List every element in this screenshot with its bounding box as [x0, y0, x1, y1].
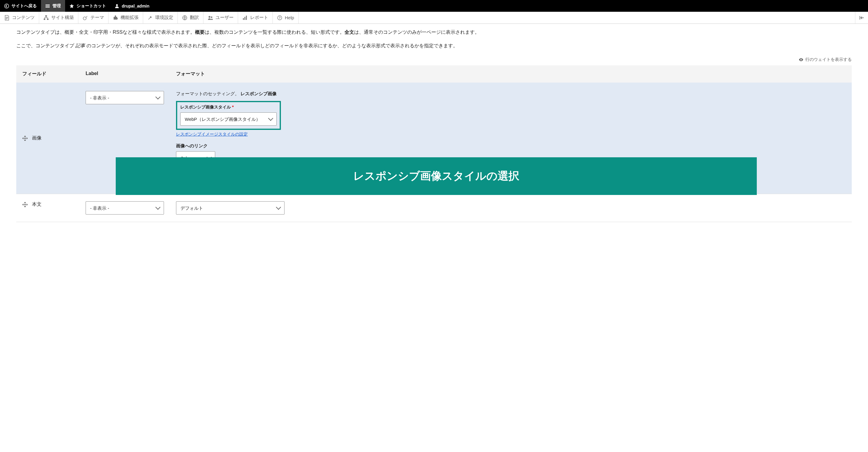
- toolbar-extend-label: 機能拡張: [121, 15, 138, 21]
- responsive-style-highlight: レスポンシブ画像スタイル * WebP（レスポンシブ画像スタイル）: [176, 101, 281, 130]
- user-label: drupal_admin: [122, 4, 150, 8]
- show-row-weights-label: 行のウェイトを表示する: [805, 57, 852, 62]
- toolbar-structure[interactable]: サイト構築: [39, 12, 79, 24]
- svg-point-0: [4, 4, 9, 8]
- people-icon: [208, 15, 213, 21]
- toolbar-content-label: コンテンツ: [12, 15, 35, 21]
- star-icon: [69, 4, 74, 8]
- desc-p1-text-e: は、通常そのコンテンツのみが一ページに表示されます。: [354, 30, 479, 35]
- label-select-body[interactable]: - 非表示 -: [86, 201, 164, 215]
- admin-topbar: サイトへ戻る 管理 ショートカット drupal_admin: [0, 0, 868, 12]
- tray-toggle-icon: [859, 15, 864, 21]
- svg-point-1: [116, 4, 118, 6]
- cell-field-body: 本文: [22, 201, 86, 207]
- format-select-body[interactable]: デフォルト: [176, 201, 284, 215]
- drag-handle[interactable]: [22, 202, 28, 207]
- svg-rect-10: [244, 17, 245, 20]
- responsive-style-label-text: レスポンシブ画像スタイル: [180, 104, 231, 109]
- required-marker: *: [231, 104, 234, 109]
- annotation-banner: レスポンシブ画像スタイルの選択: [116, 157, 757, 195]
- move-icon: [22, 202, 28, 207]
- menu-icon: [45, 4, 50, 8]
- svg-rect-11: [246, 16, 247, 20]
- table-row-body: 本文 - 非表示 - デフォルト: [16, 194, 852, 222]
- svg-point-7: [209, 16, 210, 18]
- desc-p2-italic-b: 記事: [75, 43, 85, 48]
- field-name-body: 本文: [32, 201, 41, 207]
- configuration-icon: [147, 15, 153, 21]
- toolbar-appearance[interactable]: テーマ: [79, 12, 108, 24]
- toolbar-people-label: ユーザー: [216, 15, 234, 21]
- toolbar-reports-label: レポート: [250, 15, 268, 21]
- toolbar-help-label: Help: [285, 15, 294, 20]
- content-icon: [4, 15, 10, 21]
- svg-rect-3: [44, 19, 45, 20]
- table-row-image: 画像 - 非表示 - フォーマットのセッティング。 レスポンシブ画像 レスポンシ…: [16, 83, 852, 194]
- responsive-style-label: レスポンシブ画像スタイル *: [180, 104, 277, 110]
- toolbar-appearance-label: テーマ: [90, 15, 104, 21]
- toolbar-configuration[interactable]: 環境設定: [143, 12, 178, 24]
- back-to-site-button[interactable]: サイトへ戻る: [0, 0, 41, 12]
- toolbar-translation-label: 翻訳: [190, 15, 199, 21]
- user-button[interactable]: drupal_admin: [110, 0, 154, 12]
- toolbar-orientation-toggle[interactable]: [855, 12, 868, 24]
- toolbar-extend[interactable]: 機能拡張: [108, 12, 143, 24]
- manage-label: 管理: [53, 3, 61, 9]
- format-settings-name: レスポンシブ画像: [241, 91, 277, 96]
- drag-handle[interactable]: [22, 136, 28, 141]
- toolbar-translation[interactable]: 翻訳: [178, 12, 204, 24]
- th-format: フォーマット: [176, 71, 846, 77]
- cell-format-image: フォーマットのセッティング。 レスポンシブ画像 レスポンシブ画像スタイル * W…: [176, 91, 846, 164]
- responsive-style-config-link[interactable]: レスポンシブイメージスタイルの設定: [176, 132, 248, 137]
- desc-p1-bold-b: 概要: [195, 30, 205, 35]
- field-name-image: 画像: [32, 135, 41, 141]
- back-to-site-label: サイトへ戻る: [11, 3, 37, 9]
- shortcuts-label: ショートカット: [76, 3, 106, 9]
- desc-p1-text-c: は、複数のコンテンツを一覧する際に使われる、短い形式です。: [205, 30, 344, 35]
- description-p2: ここで、コンテンツタイプ 記事 のコンテンツが、それぞれの表示モードで表示された…: [16, 41, 852, 50]
- svg-point-14: [801, 59, 802, 60]
- extend-icon: [113, 15, 118, 21]
- th-field: フィールド: [22, 71, 86, 77]
- toolbar-content[interactable]: コンテンツ: [0, 12, 39, 24]
- eye-icon: [799, 57, 804, 62]
- toolbar-reports[interactable]: レポート: [238, 12, 273, 24]
- table-header: フィールド Label フォーマット: [16, 65, 852, 83]
- back-arrow-icon: [4, 4, 9, 8]
- manage-button[interactable]: 管理: [41, 0, 65, 12]
- toolbar-help[interactable]: ? Help: [273, 12, 299, 24]
- reports-icon: [242, 15, 248, 21]
- cell-label-image: - 非表示 -: [86, 91, 176, 104]
- link-to-image-label: 画像へのリンク: [176, 143, 846, 149]
- desc-p1-text-a: コンテンツタイプは、概要・全文・印字用・RSSなど様々な様式で表示されます。: [16, 30, 195, 35]
- appearance-icon: [83, 15, 88, 21]
- field-display-table: フィールド Label フォーマット 画像 - 非表示 -: [16, 65, 852, 222]
- cell-format-body: デフォルト: [176, 201, 846, 215]
- structure-icon: [43, 15, 49, 21]
- description-p1: コンテンツタイプは、概要・全文・印字用・RSSなど様々な様式で表示されます。概要…: [16, 28, 852, 36]
- svg-point-8: [211, 16, 213, 18]
- toolbar-people[interactable]: ユーザー: [204, 12, 238, 24]
- toolbar-structure-label: サイト構築: [51, 15, 74, 21]
- svg-rect-2: [45, 15, 47, 17]
- label-select-image[interactable]: - 非表示 -: [86, 91, 164, 104]
- responsive-style-select[interactable]: WebP（レスポンシブ画像スタイル）: [180, 112, 277, 126]
- shortcuts-button[interactable]: ショートカット: [65, 0, 110, 12]
- help-icon: ?: [277, 15, 282, 21]
- admin-toolbar: コンテンツ サイト構築 テーマ 機能拡張 環境設定 翻訳 ユーザー レポート ?…: [0, 12, 868, 24]
- th-label: Label: [86, 71, 176, 77]
- format-settings-heading: フォーマットのセッティング。 レスポンシブ画像: [176, 91, 846, 97]
- desc-p1-bold-d: 全文: [344, 30, 354, 35]
- move-icon: [22, 136, 28, 141]
- toolbar-spacer: [299, 12, 855, 24]
- translation-icon: [182, 15, 187, 21]
- user-icon: [115, 4, 119, 8]
- cell-field-image: 画像: [22, 135, 86, 141]
- svg-rect-4: [47, 19, 49, 20]
- cell-label-body: - 非表示 -: [86, 201, 176, 215]
- svg-text:?: ?: [279, 16, 281, 20]
- page-content: コンテンツタイプは、概要・全文・印字用・RSSなど様々な様式で表示されます。概要…: [0, 24, 868, 222]
- svg-rect-9: [243, 18, 244, 20]
- desc-p2-text-c: のコンテンツが、それぞれの表示モードで表示された際、どのフィールドを表示しどのフ…: [85, 43, 458, 48]
- show-row-weights-link[interactable]: 行のウェイトを表示する: [16, 55, 852, 65]
